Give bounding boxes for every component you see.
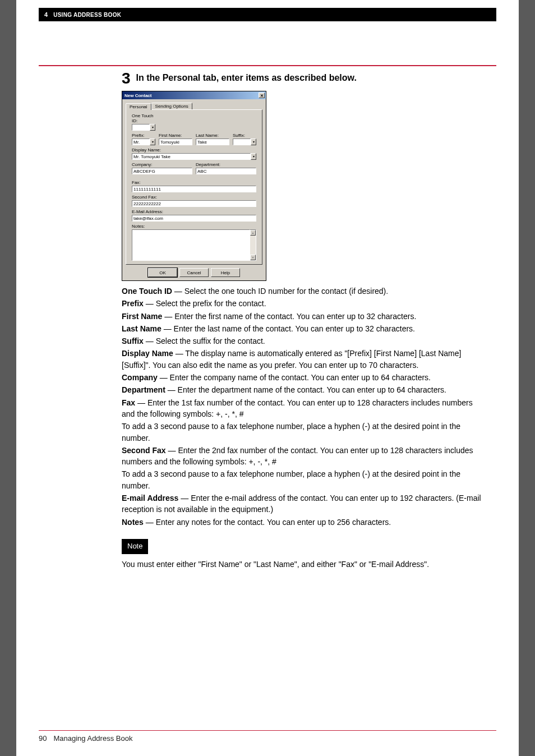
chevron-down-icon: ▾ bbox=[150, 139, 155, 145]
label-fax: Fax: bbox=[132, 180, 256, 185]
tab-sending-options[interactable]: Sending Options bbox=[151, 103, 192, 109]
def-term-email: E-mail Address bbox=[122, 494, 178, 503]
fax-field[interactable]: 11111111111 bbox=[132, 186, 256, 192]
help-button[interactable]: Help bbox=[211, 268, 240, 277]
one-touch-value bbox=[132, 124, 150, 131]
def-desc-last-name: Enter the last name of the contact. You … bbox=[174, 324, 415, 333]
document-page: 4 USING ADDRESS BOOK 3 In the Personal t… bbox=[16, 0, 519, 756]
cancel-button[interactable]: Cancel bbox=[179, 268, 209, 277]
def-desc-suffix: Select the suffix for the contact. bbox=[156, 336, 265, 345]
display-name-value: Mr. Tomoyuki Take bbox=[132, 153, 251, 160]
def-term-fax: Fax bbox=[122, 398, 135, 407]
display-name-select[interactable]: Mr. Tomoyuki Take ▾ bbox=[132, 153, 256, 160]
last-name-field[interactable]: Take bbox=[196, 139, 229, 145]
second-fax-field[interactable]: 22222222222 bbox=[132, 200, 256, 207]
def-fax-extra: To add a 3 second pause to a fax telepho… bbox=[122, 421, 485, 444]
def-desc-one-touch: Select the one touch ID number for the c… bbox=[185, 287, 388, 296]
chapter-title: USING ADDRESS BOOK bbox=[53, 12, 121, 18]
step-heading-row: 3 In the Personal tab, enter items as de… bbox=[122, 73, 485, 89]
content-block: 3 In the Personal tab, enter items as de… bbox=[39, 73, 496, 570]
notes-scrollbar[interactable]: ▲ ▼ bbox=[250, 229, 256, 261]
email-field[interactable]: take@ifax.com bbox=[132, 215, 256, 222]
def-term-display-name: Display Name bbox=[122, 349, 173, 358]
footer-text: 90Managing Address Book bbox=[39, 734, 496, 743]
def-term-first-name: First Name bbox=[122, 312, 162, 321]
one-touch-select[interactable]: ▾ bbox=[132, 124, 155, 131]
def-term-one-touch: One Touch ID bbox=[122, 287, 172, 296]
department-field[interactable]: ABC bbox=[196, 168, 256, 174]
dialog-tabs: Personal Sending Options bbox=[122, 99, 266, 109]
company-field[interactable]: ABCDEFG bbox=[132, 168, 192, 174]
note-text: You must enter either "First Name" or "L… bbox=[122, 559, 485, 570]
def-desc-company: Enter the company name of the contact. Y… bbox=[170, 373, 431, 382]
label-suffix: Suffix: bbox=[233, 133, 256, 138]
section-rule bbox=[39, 65, 496, 66]
suffix-select[interactable]: ▾ bbox=[233, 139, 256, 145]
footer-title: Managing Address Book bbox=[53, 734, 132, 743]
prefix-value: Mr. bbox=[132, 139, 150, 145]
page-footer: 90Managing Address Book bbox=[39, 730, 496, 743]
label-email: E-Mail Address: bbox=[132, 209, 256, 214]
chevron-down-icon: ▾ bbox=[251, 153, 256, 160]
scroll-up-icon[interactable]: ▲ bbox=[250, 230, 256, 236]
def-desc-first-name: Enter the first name of the contact. You… bbox=[174, 312, 416, 321]
dialog-panel: One Touch ID: ▾ Prefix: Mr. ▾ bbox=[126, 109, 262, 265]
label-prefix: Prefix: bbox=[132, 133, 155, 138]
label-company: Company: bbox=[132, 162, 192, 167]
label-display-name: Display Name: bbox=[132, 147, 256, 153]
def-term-suffix: Suffix bbox=[122, 336, 144, 345]
chapter-number: 4 bbox=[44, 11, 48, 18]
close-icon[interactable]: ✕ bbox=[259, 93, 265, 98]
label-notes: Notes: bbox=[132, 224, 256, 229]
label-first-name: First Name: bbox=[159, 133, 192, 138]
prefix-select[interactable]: Mr. ▾ bbox=[132, 139, 155, 145]
def-term-department: Department bbox=[122, 385, 165, 394]
def-term-company: Company bbox=[122, 373, 158, 382]
dialog-titlebar[interactable]: New Contact ✕ bbox=[122, 91, 266, 99]
footer-rule bbox=[39, 730, 496, 731]
step-number: 3 bbox=[122, 71, 131, 86]
new-contact-dialog: New Contact ✕ Personal Sending Options O… bbox=[122, 91, 266, 281]
page-number: 90 bbox=[39, 734, 47, 743]
dialog-title: New Contact bbox=[124, 93, 151, 98]
def-term-notes: Notes bbox=[122, 518, 144, 527]
chevron-down-icon: ▾ bbox=[251, 139, 256, 145]
label-department: Department: bbox=[196, 162, 256, 167]
chapter-header: 4 USING ADDRESS BOOK bbox=[39, 8, 496, 21]
def-term-prefix: Prefix bbox=[122, 299, 144, 308]
def-desc-department: Enter the department name of the contact… bbox=[178, 385, 446, 394]
def-term-second-fax: Second Fax bbox=[122, 446, 166, 455]
suffix-value bbox=[233, 139, 251, 145]
tab-personal[interactable]: Personal bbox=[126, 103, 151, 110]
def-desc-notes: Enter any notes for the contact. You can… bbox=[156, 518, 391, 527]
def-second-fax-extra: To add a 3 second pause to a fax telepho… bbox=[122, 468, 485, 491]
chevron-down-icon: ▾ bbox=[150, 124, 155, 131]
def-term-last-name: Last Name bbox=[122, 324, 162, 333]
first-name-field[interactable]: Tomoyuki bbox=[159, 139, 192, 145]
label-second-fax: Second Fax: bbox=[132, 195, 256, 200]
scroll-down-icon[interactable]: ▼ bbox=[250, 255, 256, 260]
notes-textarea[interactable]: ▲ ▼ bbox=[132, 229, 256, 261]
def-desc-prefix: Select the prefix for the contact. bbox=[156, 299, 266, 308]
dialog-footer: OK Cancel Help bbox=[122, 268, 266, 280]
label-one-touch: One Touch ID: bbox=[132, 113, 155, 123]
note-badge: Note bbox=[122, 539, 148, 554]
ok-button[interactable]: OK bbox=[148, 268, 177, 277]
def-desc-fax: Enter the 1st fax number of the contact.… bbox=[122, 398, 473, 418]
step-heading: In the Personal tab, enter items as desc… bbox=[136, 73, 357, 83]
definitions-block: One Touch ID — Select the one touch ID n… bbox=[122, 285, 485, 570]
label-last-name: Last Name: bbox=[196, 133, 229, 138]
